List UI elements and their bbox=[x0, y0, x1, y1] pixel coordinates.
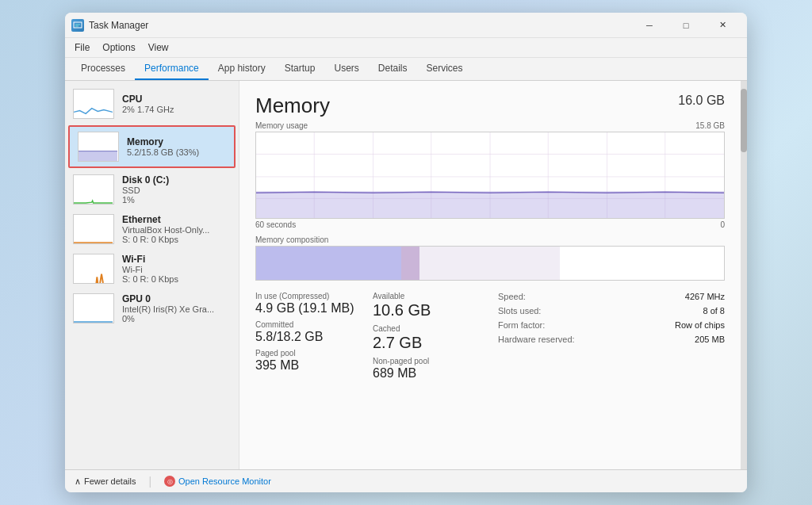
composition-label: Memory composition bbox=[255, 235, 725, 244]
speed-label: Speed: bbox=[498, 292, 526, 301]
ethernet-sub: VirtualBox Host-Only... bbox=[122, 225, 209, 235]
gpu-sub: Intel(R) Iris(R) Xe Gra... bbox=[122, 304, 214, 314]
wifi-name: Wi-Fi bbox=[122, 254, 178, 265]
chart-label: Memory usage bbox=[255, 121, 308, 130]
cached-label: Cached bbox=[373, 324, 482, 333]
chevron-up-icon: ∧ bbox=[75, 476, 81, 487]
chart-label-row: Memory usage 15.8 GB bbox=[255, 121, 725, 130]
sidebar-item-disk[interactable]: Disk 0 (C:) SSD 1% bbox=[65, 170, 239, 209]
ethernet-thumbnail bbox=[73, 214, 114, 244]
wifi-info: Wi-Fi Wi-Fi S: 0 R: 0 Kbps bbox=[122, 254, 178, 284]
maximize-button[interactable]: □ bbox=[668, 13, 704, 38]
inuse-value: 4.9 GB (19.1 MB) bbox=[255, 301, 365, 316]
nonpaged-value: 689 MB bbox=[373, 366, 482, 381]
close-button[interactable]: ✕ bbox=[704, 13, 741, 38]
wifi-thumbnail bbox=[73, 254, 114, 284]
ethernet-info: Ethernet VirtualBox Host-Only... S: 0 R:… bbox=[122, 214, 209, 244]
wifi-sub: Wi-Fi bbox=[122, 265, 178, 274]
hwreserved-label: Hardware reserved: bbox=[498, 335, 575, 344]
tab-users[interactable]: Users bbox=[324, 58, 368, 80]
comp-free bbox=[560, 247, 724, 280]
memory-sub: 5.2/15.8 GB (33%) bbox=[127, 147, 199, 157]
sidebar-item-ethernet[interactable]: Ethernet VirtualBox Host-Only... S: 0 R:… bbox=[65, 209, 239, 249]
window-title: Task Manager bbox=[89, 20, 631, 31]
comp-standby bbox=[419, 247, 560, 280]
speed-row: Speed: 4267 MHz bbox=[498, 292, 725, 301]
ethernet-pct: S: 0 R: 0 Kbps bbox=[122, 235, 209, 244]
disk-thumbnail bbox=[73, 174, 114, 205]
sidebar-item-cpu[interactable]: CPU 2% 1.74 GHz bbox=[65, 84, 239, 124]
hwreserved-value: 205 MB bbox=[695, 335, 725, 344]
inuse-label: In use (Compressed) bbox=[255, 292, 365, 300]
content-area: CPU 2% 1.74 GHz Memory 5.2/15.8 GB (33%) bbox=[65, 81, 747, 469]
scrollbar[interactable] bbox=[741, 81, 747, 469]
disk-name: Disk 0 (C:) bbox=[122, 174, 169, 186]
hwreserved-row: Hardware reserved: 205 MB bbox=[498, 335, 725, 344]
app-icon bbox=[71, 19, 84, 32]
wifi-pct: S: 0 R: 0 Kbps bbox=[122, 274, 178, 284]
minimize-button[interactable]: ─ bbox=[631, 13, 668, 38]
tab-processes[interactable]: Processes bbox=[71, 58, 135, 80]
tab-details[interactable]: Details bbox=[369, 58, 417, 80]
window-controls: ─ □ ✕ bbox=[631, 13, 741, 38]
menu-bar: File Options View bbox=[65, 38, 747, 58]
menu-view[interactable]: View bbox=[142, 40, 175, 55]
task-manager-window: Task Manager ─ □ ✕ File Options View Pro… bbox=[65, 13, 747, 492]
memory-total: 16.0 GB bbox=[678, 94, 725, 108]
ethernet-name: Ethernet bbox=[122, 214, 209, 225]
disk-info: Disk 0 (C:) SSD 1% bbox=[122, 174, 169, 205]
comp-modified bbox=[401, 247, 420, 280]
title-bar: Task Manager ─ □ ✕ bbox=[65, 13, 747, 38]
fewer-details-button[interactable]: ∧ Fewer details bbox=[75, 476, 136, 487]
memory-name: Memory bbox=[127, 136, 199, 147]
sidebar-item-gpu[interactable]: GPU 0 Intel(R) Iris(R) Xe Gra... 0% bbox=[65, 289, 239, 328]
info-block: Speed: 4267 MHz Slots used: 8 of 8 Form … bbox=[490, 292, 725, 381]
inuse-block: In use (Compressed) 4.9 GB (19.1 MB) Com… bbox=[255, 292, 373, 381]
sidebar-item-memory[interactable]: Memory 5.2/15.8 GB (33%) bbox=[68, 125, 236, 168]
cpu-sub: 2% 1.74 GHz bbox=[122, 105, 174, 114]
footer-separator: | bbox=[148, 475, 151, 488]
committed-value: 5.8/18.2 GB bbox=[255, 330, 365, 344]
available-label: Available bbox=[373, 292, 482, 300]
stats-grid: In use (Compressed) 4.9 GB (19.1 MB) Com… bbox=[255, 292, 725, 381]
tab-performance[interactable]: Performance bbox=[135, 58, 209, 80]
memory-usage-section: Memory usage 15.8 GB bbox=[255, 121, 725, 229]
form-label: Form factor: bbox=[498, 320, 545, 330]
cpu-thumbnail bbox=[73, 89, 114, 119]
gpu-thumbnail bbox=[73, 293, 114, 323]
form-value: Row of chips bbox=[675, 320, 725, 330]
tab-app-history[interactable]: App history bbox=[209, 58, 275, 80]
chart-max: 15.8 GB bbox=[695, 121, 725, 130]
menu-options[interactable]: Options bbox=[96, 40, 141, 55]
memory-info: Memory 5.2/15.8 GB (33%) bbox=[127, 136, 199, 157]
time-start: 60 seconds bbox=[255, 220, 296, 229]
pagedpool-value: 395 MB bbox=[255, 358, 365, 373]
slots-label: Slots used: bbox=[498, 306, 541, 316]
svg-rect-14 bbox=[256, 191, 724, 219]
svg-rect-3 bbox=[79, 151, 117, 161]
cached-value: 2.7 GB bbox=[373, 334, 482, 352]
nonpaged-label: Non-paged pool bbox=[373, 357, 482, 365]
composition-bar bbox=[255, 246, 725, 281]
slots-value: 8 of 8 bbox=[703, 306, 725, 316]
open-resource-monitor-button[interactable]: ◎ Open Resource Monitor bbox=[164, 476, 271, 487]
scrollbar-thumb[interactable] bbox=[741, 89, 747, 152]
tab-services[interactable]: Services bbox=[417, 58, 473, 80]
disk-sub: SSD bbox=[122, 186, 169, 195]
time-label-row: 60 seconds 0 bbox=[255, 220, 725, 229]
committed-label: Committed bbox=[255, 320, 365, 329]
composition-section: Memory composition bbox=[255, 235, 725, 281]
time-end: 0 bbox=[720, 220, 725, 229]
form-row: Form factor: Row of chips bbox=[498, 320, 725, 330]
main-title: Memory bbox=[255, 94, 330, 118]
sidebar: CPU 2% 1.74 GHz Memory 5.2/15.8 GB (33%) bbox=[65, 81, 239, 469]
fewer-details-label: Fewer details bbox=[84, 476, 136, 486]
tab-startup[interactable]: Startup bbox=[275, 58, 325, 80]
slots-row: Slots used: 8 of 8 bbox=[498, 306, 725, 316]
resource-monitor-icon: ◎ bbox=[164, 476, 175, 487]
menu-file[interactable]: File bbox=[68, 40, 96, 55]
main-panel: Memory 16.0 GB Memory usage 15.8 GB bbox=[239, 81, 741, 469]
gpu-name: GPU 0 bbox=[122, 293, 214, 304]
sidebar-item-wifi[interactable]: Wi-Fi Wi-Fi S: 0 R: 0 Kbps bbox=[65, 249, 239, 289]
available-block: Available 10.6 GB Cached 2.7 GB Non-page… bbox=[373, 292, 490, 381]
